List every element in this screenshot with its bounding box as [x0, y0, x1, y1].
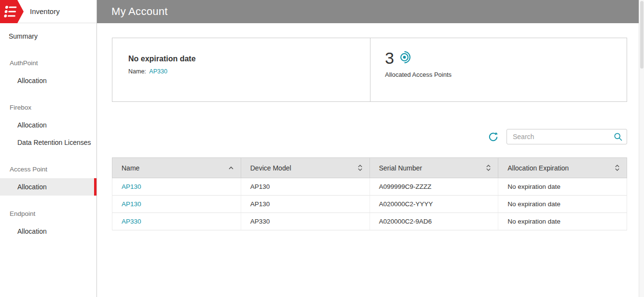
serial-number-cell: A099999C9-ZZZZ — [370, 178, 499, 195]
expiration-name-link[interactable]: AP330 — [149, 68, 167, 75]
inventory-logo-icon[interactable] — [0, 0, 24, 23]
sidebar: Inventory Summary AuthPoint Allocation F… — [0, 0, 97, 297]
inventory-table: Name Device Model Serial Number — [112, 157, 627, 230]
page-title: My Account — [111, 5, 168, 18]
scrollbar-track[interactable] — [639, 0, 644, 297]
column-header-name[interactable]: Name — [112, 158, 241, 178]
allocated-count: 3 — [385, 49, 394, 68]
sidebar-item-data-retention-licenses[interactable]: Data Retention Licenses — [0, 134, 96, 151]
access-point-icon — [398, 51, 411, 66]
sidebar-item-firebox-allocation[interactable]: Allocation — [0, 116, 96, 134]
device-model-cell: AP330 — [241, 213, 370, 230]
sort-both-icon — [486, 164, 491, 171]
sort-ascending-icon — [228, 166, 234, 170]
page-header: My Account — [97, 0, 639, 23]
sidebar-section-endpoint: Endpoint — [0, 205, 96, 223]
device-model-cell: AP130 — [241, 196, 370, 212]
summary-cards: No expiration date Name: AP330 3 — [112, 38, 627, 102]
refresh-button[interactable] — [487, 130, 500, 143]
expiration-card-subtitle: Name: AP330 — [128, 68, 370, 75]
expiration-card: No expiration date Name: AP330 — [112, 38, 370, 102]
allocation-expiration-cell: No expiration date — [498, 196, 627, 212]
search-icon[interactable] — [613, 132, 623, 141]
search-input[interactable] — [507, 129, 627, 144]
column-header-serial-number[interactable]: Serial Number — [370, 158, 499, 178]
device-name-link[interactable]: AP130 — [122, 183, 141, 190]
expiration-card-title: No expiration date — [128, 55, 370, 63]
serial-number-cell: A020000C2-9AD6 — [370, 213, 499, 230]
column-header-device-model[interactable]: Device Model — [241, 158, 370, 178]
main-area: My Account No expiration date Name: AP33… — [97, 0, 639, 297]
column-header-allocation-expiration[interactable]: Allocation Expiration — [498, 158, 627, 178]
sidebar-section-access-point: Access Point — [0, 161, 96, 178]
table-row: AP130 AP130 A099999C9-ZZZZ No expiration… — [112, 178, 627, 196]
scrollbar-thumb[interactable] — [640, 1, 644, 69]
sidebar-item-summary[interactable]: Summary — [0, 28, 96, 45]
search-box — [507, 129, 627, 144]
expiration-name-label: Name: — [128, 68, 146, 75]
table-row: AP130 AP130 A020000C2-YYYY No expiration… — [112, 196, 627, 213]
sidebar-item-access-point-allocation[interactable]: Allocation — [0, 178, 96, 196]
table-header-row: Name Device Model Serial Number — [112, 157, 627, 178]
device-name-link[interactable]: AP330 — [122, 218, 141, 225]
sidebar-section-authpoint: AuthPoint — [0, 55, 96, 72]
allocation-expiration-cell: No expiration date — [498, 213, 627, 230]
sidebar-section-firebox: Firebox — [0, 99, 96, 116]
serial-number-cell: A020000C2-YYYY — [370, 196, 499, 212]
sidebar-item-endpoint-allocation[interactable]: Allocation — [0, 223, 96, 240]
sidebar-header: Inventory — [0, 0, 96, 23]
table-toolbar — [112, 129, 627, 144]
sort-both-icon — [615, 164, 620, 171]
device-model-cell: AP130 — [241, 178, 370, 195]
allocated-card-label: Allocated Access Points — [385, 71, 627, 78]
sort-both-icon — [357, 164, 363, 171]
allocated-count-row: 3 — [385, 49, 627, 68]
allocation-expiration-cell: No expiration date — [498, 178, 627, 195]
sidebar-item-authpoint-allocation[interactable]: Allocation — [0, 72, 96, 89]
sidebar-title: Inventory — [30, 7, 60, 15]
table-row: AP330 AP330 A020000C2-9AD6 No expiration… — [112, 213, 627, 230]
device-name-link[interactable]: AP130 — [122, 200, 141, 208]
sidebar-nav: Summary AuthPoint Allocation Firebox All… — [0, 23, 96, 240]
allocated-access-points-card: 3 Allocated Access Points — [370, 38, 627, 102]
content: No expiration date Name: AP330 3 — [97, 23, 639, 230]
